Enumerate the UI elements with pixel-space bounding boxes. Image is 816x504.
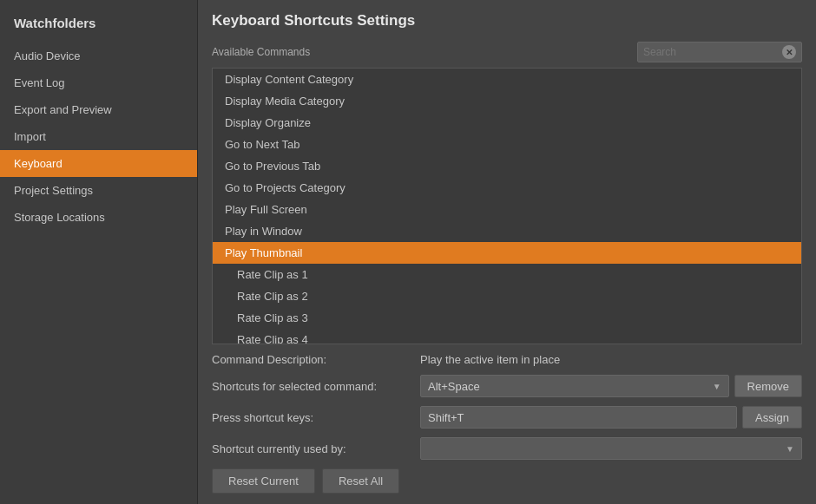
- search-clear-button[interactable]: ✕: [782, 45, 796, 59]
- shortcuts-row: Shortcuts for selected command: Alt+Spac…: [212, 375, 802, 397]
- command-item-display-media[interactable]: Display Media Category: [213, 90, 801, 112]
- commands-list: Display Content CategoryDisplay Media Ca…: [213, 69, 801, 344]
- sidebar: Watchfolders Audio DeviceEvent LogExport…: [0, 0, 198, 504]
- press-shortcut-input[interactable]: [420, 406, 737, 429]
- shortcut-used-row: Shortcut currently used by: ▼: [212, 437, 802, 460]
- search-input[interactable]: [643, 46, 782, 58]
- shortcuts-select-value: Alt+Space: [428, 380, 713, 393]
- sidebar-title: Watchfolders: [0, 9, 197, 43]
- command-item-rate-clip-3[interactable]: Rate Clip as 3: [213, 307, 801, 329]
- sidebar-item-import[interactable]: Import: [0, 123, 197, 150]
- sidebar-item-event-log[interactable]: Event Log: [0, 69, 197, 96]
- shortcut-used-arrow: ▼: [786, 444, 794, 454]
- command-item-go-prev-tab[interactable]: Go to Previous Tab: [213, 155, 801, 177]
- reset-all-button[interactable]: Reset All: [322, 468, 399, 494]
- commands-header: Available Commands ✕: [212, 42, 802, 62]
- shortcut-used-select[interactable]: ▼: [420, 437, 802, 460]
- sidebar-item-audio-device[interactable]: Audio Device: [0, 43, 197, 69]
- command-item-rate-clip-4[interactable]: Rate Clip as 4: [213, 329, 801, 344]
- reset-current-button[interactable]: Reset Current: [212, 468, 315, 494]
- press-shortcut-row: Press shortcut keys: Assign: [212, 406, 802, 429]
- remove-button[interactable]: Remove: [734, 375, 802, 397]
- sidebar-item-keyboard[interactable]: Keyboard: [0, 150, 197, 177]
- search-wrapper: ✕: [637, 42, 802, 62]
- command-item-rate-clip-1[interactable]: Rate Clip as 1: [213, 264, 801, 285]
- command-item-go-projects[interactable]: Go to Projects Category: [213, 177, 801, 199]
- main-panel: Keyboard Shortcuts Settings Available Co…: [198, 0, 816, 504]
- command-item-go-next-tab[interactable]: Go to Next Tab: [213, 134, 801, 155]
- shortcuts-select-wrapper: Alt+Space ▼ Remove: [420, 375, 802, 397]
- command-description-label: Command Description:: [212, 353, 420, 366]
- sidebar-item-export-preview[interactable]: Export and Preview: [0, 96, 197, 123]
- shortcuts-dropdown-arrow: ▼: [713, 382, 721, 391]
- assign-button[interactable]: Assign: [742, 406, 802, 429]
- command-item-display-organize[interactable]: Display Organize: [213, 112, 801, 134]
- shortcuts-label: Shortcuts for selected command:: [212, 380, 420, 393]
- sidebar-item-project-settings[interactable]: Project Settings: [0, 177, 197, 204]
- command-item-play-thumbnail[interactable]: Play Thumbnail: [213, 242, 801, 264]
- command-description-value: Play the active item in place: [420, 353, 802, 366]
- command-description-row: Command Description: Play the active ite…: [212, 353, 802, 366]
- bottom-panel: Command Description: Play the active ite…: [212, 353, 802, 494]
- shortcuts-select[interactable]: Alt+Space ▼: [420, 375, 729, 397]
- press-shortcut-wrapper: Assign: [420, 406, 802, 429]
- command-item-display-content[interactable]: Display Content Category: [213, 69, 801, 90]
- command-item-rate-clip-2[interactable]: Rate Clip as 2: [213, 285, 801, 307]
- available-commands-label: Available Commands: [212, 46, 310, 58]
- shortcut-used-label: Shortcut currently used by:: [212, 442, 420, 455]
- footer-buttons: Reset Current Reset All: [212, 468, 802, 494]
- command-item-play-window[interactable]: Play in Window: [213, 220, 801, 242]
- sidebar-items: Audio DeviceEvent LogExport and PreviewI…: [0, 43, 197, 231]
- sidebar-item-storage-locations[interactable]: Storage Locations: [0, 204, 197, 231]
- page-title: Keyboard Shortcuts Settings: [212, 12, 802, 29]
- commands-list-wrapper: Display Content CategoryDisplay Media Ca…: [212, 68, 802, 344]
- press-shortcut-label: Press shortcut keys:: [212, 411, 420, 424]
- command-item-play-fullscreen[interactable]: Play Full Screen: [213, 199, 801, 220]
